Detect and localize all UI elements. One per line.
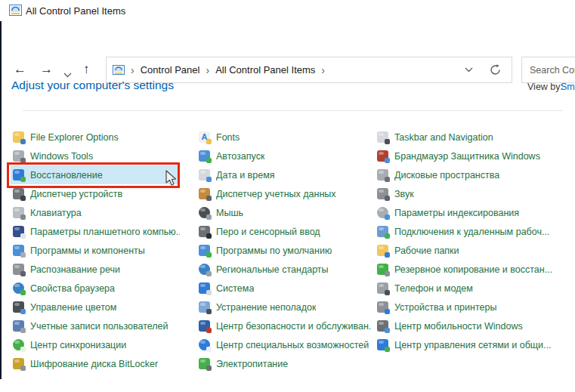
cp-item-label: Восстановление xyxy=(30,170,103,181)
cp-item-network-sharing[interactable]: Центр управления сетями и общи... xyxy=(375,335,575,354)
mobility-laptop-icon-accent xyxy=(385,328,390,333)
cp-item-mobility-center[interactable]: Центр мобильности Windows xyxy=(375,316,575,335)
calendar-clock-icon xyxy=(199,169,210,181)
recovery-icon-accent xyxy=(20,177,26,182)
cp-item-indexing-options[interactable]: Параметры индексирования xyxy=(375,203,575,222)
cp-item-region[interactable]: Региональные стандарты xyxy=(196,260,372,279)
forward-button[interactable]: → xyxy=(40,61,53,78)
cp-item-label: Система xyxy=(216,283,254,294)
remote-desktop-icon-accent xyxy=(385,233,390,239)
speaker-icon xyxy=(377,188,388,199)
cp-item-sound[interactable]: Звук xyxy=(375,184,575,203)
cp-item-label: Параметры планшетного компью... xyxy=(30,227,180,237)
programs-features-icon-accent xyxy=(20,252,26,258)
pen-icon-accent xyxy=(206,233,212,239)
cp-item-credential-manager[interactable]: Диспетчер учетных данных xyxy=(196,184,372,203)
file-explorer-options-icon xyxy=(13,131,24,143)
cp-item-storage-spaces[interactable]: Дисковые пространства xyxy=(375,165,575,184)
speaker-icon-accent xyxy=(385,196,390,201)
microphone-icon-accent xyxy=(20,271,26,276)
cp-item-security-maintenance[interactable]: Центр безопасности и обслуживан... xyxy=(196,316,372,335)
device-manager-icon-accent xyxy=(20,196,26,201)
cp-item-label: Шифрование диска BitLocker xyxy=(30,359,158,369)
cp-item-internet-options[interactable]: Свойства браузера xyxy=(11,279,180,298)
cp-item-pen-touch[interactable]: Перо и сенсорный ввод xyxy=(196,222,372,241)
cp-item-ease-of-access[interactable]: Центр специальных возможностей xyxy=(196,335,372,354)
cp-item-recovery[interactable]: Восстановление xyxy=(11,165,180,184)
mobility-laptop-icon xyxy=(377,320,388,332)
indexing-search-icon-accent xyxy=(385,215,390,220)
refresh-icon[interactable] xyxy=(490,64,501,76)
cp-item-defender-firewall[interactable]: Брандмауэр Защитника Windows xyxy=(375,147,575,165)
cp-item-label: Телефон и модем xyxy=(394,283,473,294)
mouse-icon-accent xyxy=(206,215,212,220)
cp-item-color-management[interactable]: Управление цветом xyxy=(11,298,180,316)
breadcrumb-all-control-panel-items[interactable]: All Control Panel Items xyxy=(215,64,315,76)
cp-item-sync-center[interactable]: Центр синхронизации xyxy=(11,335,180,354)
cp-item-label: Рабочие папки xyxy=(394,245,459,256)
pen-icon xyxy=(199,226,210,237)
cp-item-windows-tools[interactable]: Windows Tools xyxy=(11,147,180,165)
breadcrumb-control-panel[interactable]: Control Panel xyxy=(141,64,200,76)
globe-check-icon xyxy=(13,282,24,294)
user-accounts-icon-accent xyxy=(20,328,26,333)
firewall-icon-accent xyxy=(385,158,390,163)
cp-item-label: Taskbar and Navigation xyxy=(394,132,493,143)
cp-item-label: Программы по умолчанию xyxy=(216,245,332,256)
flag-icon-accent xyxy=(206,328,212,333)
control-panel-icon xyxy=(9,5,22,19)
cp-item-power-options[interactable]: Электропитание xyxy=(196,354,372,373)
address-dropdown-chevron-icon[interactable] xyxy=(465,67,473,73)
cp-item-mouse[interactable]: Мышь xyxy=(196,203,372,222)
cp-item-label: Распознавание речи xyxy=(30,264,120,275)
taskbar-icon xyxy=(377,131,388,143)
cp-item-devices-printers[interactable]: Устройства и принтеры xyxy=(375,298,575,316)
cp-item-default-programs[interactable]: Программы по умолчанию xyxy=(196,241,372,260)
cp-item-label: Управление цветом xyxy=(30,302,116,313)
cp-item-date-time[interactable]: Дата и время xyxy=(196,165,372,184)
breadcrumb-chevron-icon: › xyxy=(206,65,209,76)
cp-item-autoplay[interactable]: Автозапуск xyxy=(196,147,372,165)
cp-item-device-manager[interactable]: Диспетчер устройств xyxy=(11,184,180,203)
cp-item-backup-restore[interactable]: Резервное копирование и восстан... xyxy=(375,260,575,279)
cp-item-work-folders[interactable]: Рабочие папки xyxy=(375,241,575,260)
cp-item-troubleshooting[interactable]: Устранение неполадок xyxy=(196,298,372,316)
tablet-pc-icon xyxy=(13,226,24,237)
window-title: All Control Panel Items xyxy=(26,5,125,17)
troubleshooting-icon xyxy=(199,301,210,313)
cp-item-label: Брандмауэр Защитника Windows xyxy=(394,151,540,162)
cp-item-label: Fonts xyxy=(216,132,240,143)
bitlocker-lock-icon xyxy=(13,358,24,369)
programs-features-icon xyxy=(13,245,24,256)
up-button[interactable]: ↑ xyxy=(83,61,90,78)
cp-item-taskbar-navigation[interactable]: Taskbar and Navigation xyxy=(375,128,575,147)
cp-item-programs-and-features[interactable]: Программы и компоненты xyxy=(11,241,180,260)
cp-item-label: Свойства браузера xyxy=(30,283,115,294)
cp-item-user-accounts[interactable]: Учетные записи пользователей xyxy=(11,316,180,335)
cp-item-remote-desktop[interactable]: Подключения к удаленным рабоч... xyxy=(375,222,575,241)
power-plug-icon-accent xyxy=(206,366,212,371)
disk-stack-icon xyxy=(377,169,388,181)
cp-item-bitlocker[interactable]: Шифрование диска BitLocker xyxy=(11,354,180,373)
cp-item-system[interactable]: Система xyxy=(196,279,372,298)
search-input[interactable] xyxy=(521,57,575,83)
cp-item-label: Центр безопасности и обслуживан... xyxy=(216,321,372,332)
cp-item-speech-recognition[interactable]: Распознавание речи xyxy=(11,260,180,279)
cp-item-file-explorer-options[interactable]: File Explorer Options xyxy=(11,128,180,147)
cp-item-tablet-pc-settings[interactable]: Параметры планшетного компью... xyxy=(11,222,180,241)
window-left-border xyxy=(0,21,2,379)
mouse-icon xyxy=(199,207,210,218)
credential-safe-icon xyxy=(199,188,210,199)
cp-item-phone-modem[interactable]: Телефон и модем xyxy=(375,279,575,298)
view-by-dropdown[interactable]: Small icons xyxy=(561,82,575,92)
cp-item-label: Параметры индексирования xyxy=(394,208,519,218)
back-button[interactable]: ← xyxy=(14,61,26,78)
system-monitor-icon xyxy=(199,282,210,294)
cp-item-keyboard[interactable]: Клавиатура xyxy=(11,203,180,222)
cp-item-label: Центр синхронизации xyxy=(30,340,126,350)
cp-column-1: File Explorer OptionsWindows ToolsВосста… xyxy=(11,128,180,373)
credential-safe-icon-accent xyxy=(206,196,212,201)
work-folders-icon-accent xyxy=(385,252,390,258)
cp-item-fonts[interactable]: AFonts xyxy=(196,128,372,147)
keyboard-icon-accent xyxy=(20,215,26,220)
